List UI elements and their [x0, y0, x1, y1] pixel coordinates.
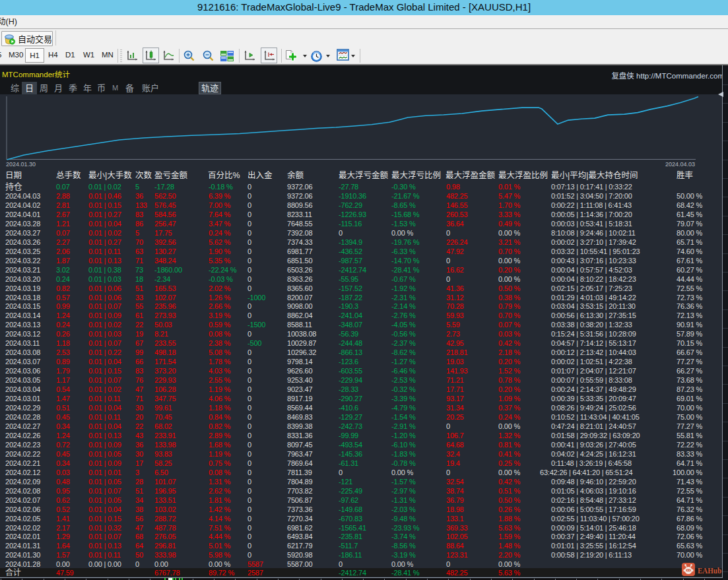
- svg-text:EAHub: EAHub: [698, 566, 721, 575]
